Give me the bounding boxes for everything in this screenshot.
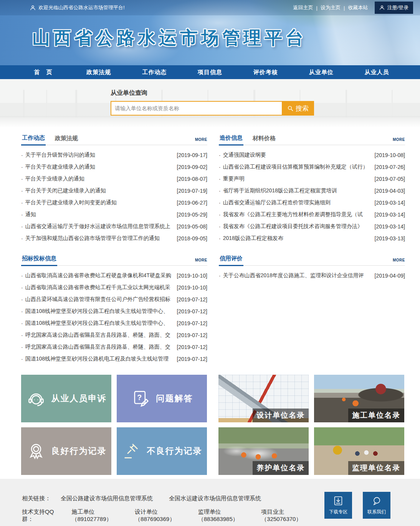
news-item[interactable]: ·呼北国家高速公路山西省隰县至吉县段路基、桥隧、路面、交[2019-07-12] (21, 329, 207, 341)
news-item[interactable]: ·关于平台升级暂停访问的通知[2019-09-17] (21, 149, 207, 161)
gallery-supervision-directory[interactable]: 监理单位名录 (314, 427, 404, 475)
bullet: · (21, 344, 23, 350)
news-item[interactable]: ·2018版公路工程定额发布[2019-03-13] (219, 232, 405, 244)
news-item[interactable]: ·通知[2019-05-29] (21, 208, 207, 220)
news-item[interactable]: ·山西省交通运输厅公路工程造价管理实施细则[2019-03-14] (219, 197, 405, 208)
news-item[interactable]: ·山西省取消高速公路省界收费站工程千兆工业以太网光端机采[2019-10-10] (21, 281, 207, 293)
news-item[interactable]: ·关于公布山西省2018年度公路施工、监理和设计企业信用评[2019-04-09… (219, 270, 405, 281)
related-link-highway[interactable]: 全国公路建设市场信用信息管理系统 (61, 495, 153, 502)
news-title[interactable]: 山西省交通运输厅公路工程造价管理实施细则 (223, 199, 372, 206)
bullet: · (21, 223, 23, 230)
news-title[interactable]: 山西省公路工程建设项目估算概算预算编制补充规定（试行） (223, 164, 372, 170)
news-title[interactable]: 国道108线神堂堡至砂河段公路工程白坡头主线站管理中心、 (25, 320, 175, 327)
news-item[interactable]: ·山西省交通运输厅关于做好水运建设市场信用信息管理系统上[2019-05-08] (21, 220, 207, 232)
nav-item-companies[interactable]: 从业单位 (293, 65, 349, 79)
topbar: 欢迎光临山西省公路水运市场管理平台! 返回主页| 设为主页| 收藏本站 注册/登… (0, 0, 420, 15)
tab-cost-info[interactable]: 造价信息 (219, 134, 243, 146)
search-section-title: 从业单位查询 (111, 89, 420, 97)
news-item[interactable]: ·国道108线神堂堡至砂河段公路工程白坡头主线站管理中心、[2019-07-12… (21, 317, 207, 329)
news-date: [2019-10-08] (375, 152, 405, 158)
news-item[interactable]: ·呼北国家高速公路山西省隰县至吉县段路基、桥隧、路面、交[2019-07-12] (21, 341, 207, 353)
more-link-bidding[interactable]: MORE (195, 258, 207, 265)
news-title[interactable]: 呼北国家高速公路山西省隰县至吉县段路基、桥隧、路面、交 (25, 344, 175, 351)
news-title[interactable]: 我省发布《公路工程建设项目委托技术咨询服务管理办法》 (223, 223, 372, 230)
news-title[interactable]: 关于加强和规范山西省公路市场管理平台管理工作的通知 (25, 235, 175, 242)
nav-item-evaluation[interactable]: 评价考核 (238, 65, 293, 79)
link-return-home[interactable]: 返回主页 (293, 4, 313, 11)
news-item[interactable]: ·平台关于业绩录入的通知[2019-08-07] (21, 173, 207, 185)
news-title[interactable]: 关于平台升级暂停访问的通知 (25, 152, 175, 159)
more-link-work[interactable]: MORE (195, 137, 207, 145)
news-date: [2019-03-14] (375, 212, 405, 218)
gallery-construction-directory[interactable]: 施工单位名录 (314, 375, 404, 422)
nav-item-home[interactable]: 首 页 (15, 65, 71, 79)
news-item[interactable]: ·国道108线神堂堡至砂河段公路工程白坡头主线站管理中心、[2019-07-12… (21, 305, 207, 317)
bullet: · (21, 356, 23, 362)
news-item[interactable]: ·山西省取消高速公路省界收费站工程硬盘录像机和4T硬盘采购[2019-10-10… (21, 270, 207, 281)
contact-us-button[interactable]: 联系我们 (363, 492, 390, 519)
news-title[interactable]: 交通强国建设纲要 (223, 152, 372, 159)
news-title[interactable]: 平台关于在建业绩录入的通知 (25, 164, 175, 170)
news-item[interactable]: ·山西吕梁环城高速公路管理有限责任公司户外广告经营权招标[2019-07-12] (21, 293, 207, 305)
news-title[interactable]: 省厅将于近期组织2018版公路工程定额宣贯培训 (223, 187, 372, 194)
link-bookmark[interactable]: 收藏本站 (348, 4, 368, 11)
news-date: [2019-07-26] (375, 164, 405, 170)
quick-link-bad-records[interactable]: 不良行为记录 (117, 427, 207, 475)
quick-links-grid: 从业人员申诉 ? 问题解答 (21, 375, 207, 475)
nav-item-personnel[interactable]: 从业人员 (349, 65, 405, 79)
news-title[interactable]: 重要声明 (223, 175, 372, 182)
link-set-home[interactable]: 设为主页 (321, 4, 341, 11)
nav-item-projects[interactable]: 项目信息 (182, 65, 238, 79)
download-zone-button[interactable]: 下载专区 (324, 492, 352, 519)
news-title[interactable]: 平台关于关闭已建业绩录入的通知 (25, 187, 175, 194)
gallery-design-directory[interactable]: 设计单位名录 (218, 375, 309, 422)
news-title[interactable]: 山西省取消高速公路省界收费站工程硬盘录像机和4T硬盘采购 (25, 272, 175, 279)
tab-material-price[interactable]: 材料价格 (252, 135, 276, 145)
news-item[interactable]: ·国道108线神堂堡至砂河段公路机电工程及白坡头主线站管理[2019-07-12… (21, 353, 207, 365)
news-item[interactable]: ·我省发布《公路工程建设项目委托技术咨询服务管理办法》[2019-03-14] (219, 220, 405, 232)
quick-link-personnel-appeal[interactable]: 从业人员申诉 (21, 375, 111, 422)
news-title[interactable]: 通知 (25, 211, 175, 218)
more-link-cost[interactable]: MORE (393, 137, 405, 145)
news-title[interactable]: 国道108线神堂堡至砂河段公路机电工程及白坡头主线站管理 (25, 356, 175, 362)
news-date: [2019-07-05] (375, 176, 405, 182)
quick-link-good-records[interactable]: 良好行为记录 (21, 427, 111, 475)
bullet: · (219, 273, 221, 279)
nav-item-policy[interactable]: 政策法规 (71, 65, 127, 79)
news-title[interactable]: 呼北国家高速公路山西省隰县至吉县段路基、桥隧、路面、交 (25, 332, 175, 339)
gallery-maintenance-directory[interactable]: 养护单位名录 (218, 427, 309, 475)
news-item[interactable]: ·平台关于在建业绩录入的通知[2019-09-02] (21, 161, 207, 173)
search-input[interactable] (111, 101, 282, 116)
news-title[interactable]: 国道108线神堂堡至砂河段公路工程白坡头主线站管理中心、 (25, 308, 175, 315)
news-date: [2019-07-12] (177, 308, 207, 314)
news-title[interactable]: 平台关于业绩录入的通知 (25, 175, 175, 182)
search-button[interactable]: 搜索 (282, 101, 314, 116)
news-title[interactable]: 山西吕梁环城高速公路管理有限责任公司户外广告经营权招标 (25, 296, 175, 303)
news-title[interactable]: 山西省交通运输厅关于做好水运建设市场信用信息管理系统上 (25, 223, 175, 230)
news-item[interactable]: ·省厅将于近期组织2018版公路工程定额宣贯培训[2019-04-03] (219, 185, 405, 197)
news-item[interactable]: ·关于加强和规范山西省公路市场管理平台管理工作的通知[2018-09-05] (21, 232, 207, 244)
news-title[interactable]: 山西省取消高速公路省界收费站工程千兆工业以太网光端机采 (25, 284, 175, 291)
tab-credit[interactable]: 信用评价 (219, 255, 243, 266)
bullet: · (21, 320, 23, 326)
news-item[interactable]: ·山西省公路工程建设项目估算概算预算编制补充规定（试行）[2019-07-26] (219, 161, 405, 173)
news-title[interactable]: 关于公布山西省2018年度公路施工、监理和设计企业信用评 (223, 272, 372, 279)
tab-work-news[interactable]: 工作动态 (21, 134, 46, 146)
news-item[interactable]: ·平台关于关闭已建业绩录入的通知[2019-07-19] (21, 185, 207, 197)
qq-group-supervision: 监理单位（883683985） (198, 508, 256, 523)
section-work-news: 工作动态 政策法规 MORE ·关于平台升级暂停访问的通知[2019-09-17… (21, 134, 207, 244)
news-title[interactable]: 我省发布《公路工程主要地方性材料价差调整指导意见（试 (223, 211, 372, 218)
tab-policy[interactable]: 政策法规 (54, 135, 79, 145)
news-item[interactable]: ·交通强国建设纲要[2019-10-08] (219, 149, 405, 161)
news-title[interactable]: 平台关于已建业绩录入时间变更的通知 (25, 199, 175, 206)
related-link-waterway[interactable]: 全国水运建设市场信用信息管理系统 (169, 495, 261, 502)
news-item[interactable]: ·平台关于已建业绩录入时间变更的通知[2019-06-27] (21, 197, 207, 208)
register-login-button[interactable]: 注册/登录 (375, 2, 413, 14)
news-item[interactable]: ·重要声明[2019-07-05] (219, 173, 405, 185)
news-title[interactable]: 2018版公路工程定额发布 (223, 235, 372, 242)
more-link-credit[interactable]: MORE (393, 258, 405, 265)
quick-link-question-answer[interactable]: ? 问题解答 (117, 375, 207, 422)
news-item[interactable]: ·我省发布《公路工程主要地方性材料价差调整指导意见（试[2019-03-14] (219, 208, 405, 220)
nav-item-work-news[interactable]: 工作动态 (127, 65, 182, 79)
tab-bidding[interactable]: 招标投标信息 (21, 255, 57, 266)
